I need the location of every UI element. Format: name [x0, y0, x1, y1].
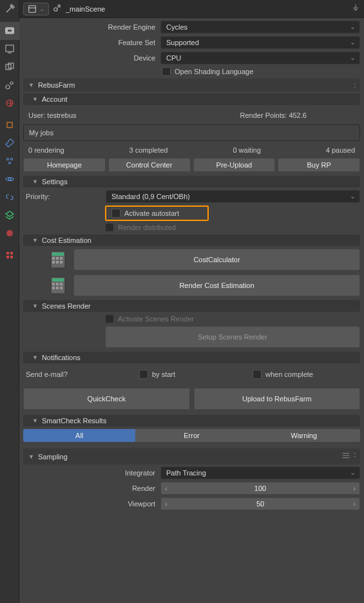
svg-rect-19 — [29, 5, 36, 12]
physics-icon[interactable] — [0, 170, 19, 188]
render-icon[interactable] — [0, 22, 19, 40]
autostart-checkbox[interactable] — [111, 209, 120, 218]
buy-rp-button[interactable]: Buy RP — [278, 158, 360, 172]
chevron-down-icon: ▼ — [32, 237, 38, 244]
my-jobs-box[interactable]: My jobs — [23, 124, 360, 141]
setup-scenes-button[interactable]: Setup Scenes Render — [105, 326, 360, 348]
user-label: User: testrebus — [28, 111, 192, 119]
output-icon[interactable] — [0, 40, 19, 58]
scene-icon[interactable] — [0, 76, 19, 94]
drag-handle-icon[interactable]: :::: — [353, 451, 355, 462]
smartcheck-subpanel-header[interactable]: ▼ SmartCheck Results — [23, 415, 360, 426]
feature-set-select[interactable]: Supported — [160, 36, 360, 49]
svg-rect-18 — [10, 256, 13, 258]
integrator-select[interactable]: Path Tracing — [160, 466, 360, 479]
integrator-label: Integrator — [23, 469, 155, 477]
object-icon[interactable] — [0, 116, 19, 134]
settings-subpanel-header[interactable]: ▼ Settings — [23, 176, 360, 187]
chevron-down-icon: ▼ — [28, 454, 34, 460]
priority-select[interactable]: Standard (0,9 Cent/OBh) — [106, 190, 360, 203]
render-samples-label: Render — [23, 484, 155, 492]
quickcheck-button[interactable]: QuickCheck — [23, 388, 190, 410]
svg-rect-37 — [60, 287, 62, 289]
cost-subpanel-header[interactable]: ▼ Cost Estimation — [23, 235, 360, 246]
filter-all-button[interactable]: All — [23, 429, 135, 442]
upload-button[interactable]: Upload to RebusFarm — [194, 388, 361, 410]
world-icon[interactable] — [0, 94, 19, 112]
activate-scenes-checkbox[interactable] — [105, 314, 114, 323]
priority-label: Priority: — [23, 193, 101, 200]
view-layer-icon[interactable] — [0, 58, 19, 76]
scenes-render-subpanel-header[interactable]: ▼ Scenes Render — [23, 300, 360, 312]
chevron-down-icon: ▼ — [32, 178, 38, 185]
chevron-down-icon: ▼ — [28, 82, 34, 88]
render-engine-select[interactable]: Cycles — [160, 21, 360, 34]
by-start-checkbox[interactable] — [139, 370, 148, 379]
device-select[interactable]: CPU — [160, 52, 360, 64]
calculator-icon — [49, 249, 67, 270]
svg-rect-26 — [60, 257, 62, 260]
sampling-panel-header[interactable]: ▼ Sampling :::: — [23, 448, 360, 464]
calculator-icon — [49, 275, 67, 296]
homepage-button[interactable]: Homepage — [23, 158, 106, 172]
svg-rect-15 — [6, 252, 9, 254]
svg-rect-31 — [52, 278, 64, 282]
tool-icon[interactable] — [0, 0, 19, 18]
viewport-samples-label: Viewport — [23, 500, 155, 508]
svg-rect-33 — [56, 283, 59, 285]
autostart-highlight: Activate autostart — [105, 206, 209, 221]
account-subpanel-header[interactable]: ▼ Account — [23, 93, 360, 105]
editor-type-dropdown[interactable]: ⌄ — [23, 3, 49, 15]
distributed-checkbox[interactable] — [105, 223, 114, 232]
chevron-down-icon: ▼ — [32, 417, 38, 424]
filter-warning-button[interactable]: Warning — [248, 429, 360, 442]
drag-handle-icon[interactable]: :::: — [353, 82, 355, 89]
render-points-label: Render Points: 452.6 — [192, 111, 356, 119]
svg-rect-36 — [56, 287, 59, 289]
osl-label: Open Shading Language — [175, 68, 253, 75]
svg-point-20 — [54, 8, 57, 11]
pre-upload-button[interactable]: Pre-Upload — [193, 158, 276, 172]
svg-point-6 — [10, 82, 13, 84]
rebusfarm-panel-header[interactable]: ▼ RebusFarm :::: — [23, 79, 360, 91]
render-engine-label: Render Engine — [23, 23, 155, 31]
send-email-label: Send e-mail? — [26, 370, 135, 378]
chevron-down-icon: ▼ — [32, 354, 38, 361]
preset-icon[interactable] — [341, 451, 350, 462]
svg-rect-32 — [52, 283, 55, 285]
svg-point-5 — [6, 85, 10, 89]
svg-point-21 — [58, 5, 61, 8]
svg-rect-23 — [52, 253, 64, 256]
texture-icon[interactable] — [0, 246, 19, 264]
viewport-samples-input[interactable]: 50 — [160, 497, 360, 510]
feature-set-label: Feature Set — [23, 39, 155, 46]
modifier-icon[interactable] — [0, 134, 19, 152]
constraint-icon[interactable] — [0, 188, 19, 206]
device-label: Device — [23, 54, 155, 62]
scene-name[interactable]: _mainScene — [66, 5, 105, 13]
activate-scenes-label: Activate Scenes Render — [118, 315, 194, 323]
control-center-button[interactable]: Control Center — [108, 158, 191, 172]
render-samples-input[interactable]: 100 — [160, 482, 360, 495]
jobs-paused: 4 paused — [326, 146, 355, 154]
scene-datablock-icon — [53, 3, 62, 14]
svg-point-12 — [8, 178, 11, 180]
pin-icon[interactable] — [351, 3, 360, 14]
svg-rect-8 — [7, 122, 12, 128]
jobs-completed: 3 completed — [129, 146, 168, 154]
distributed-label: Render distributed — [118, 224, 176, 231]
svg-rect-1 — [7, 29, 12, 32]
cost-calculator-button[interactable]: CostCalculator — [73, 249, 360, 271]
when-complete-checkbox[interactable] — [253, 370, 262, 379]
jobs-waiting: 0 waiting — [233, 146, 260, 154]
material-icon[interactable] — [0, 224, 19, 242]
notifications-subpanel-header[interactable]: ▼ Notifications — [23, 352, 360, 363]
particle-icon[interactable] — [0, 152, 19, 170]
svg-rect-34 — [60, 283, 62, 285]
filter-error-button[interactable]: Error — [135, 429, 247, 442]
svg-rect-24 — [52, 257, 55, 260]
data-icon[interactable] — [0, 206, 19, 224]
by-start-label: by start — [152, 370, 249, 378]
osl-checkbox[interactable] — [162, 67, 171, 76]
render-cost-estimation-button[interactable]: Render Cost Estimation — [73, 274, 360, 296]
